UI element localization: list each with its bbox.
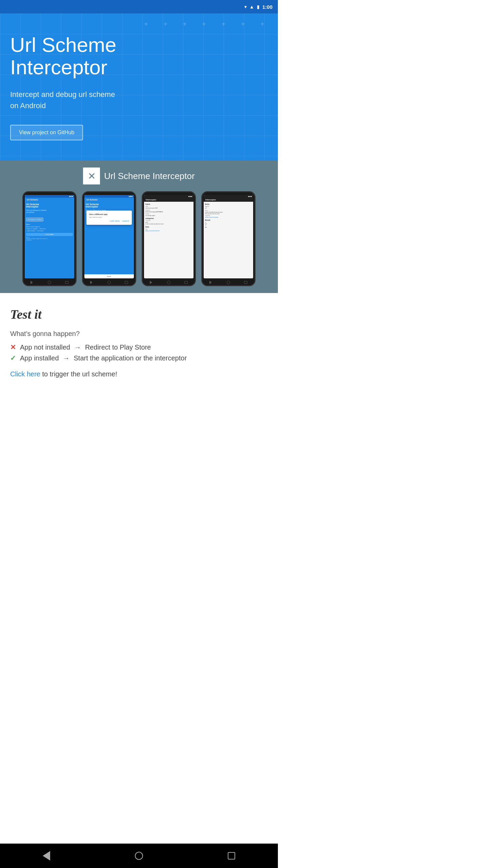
phone-screen-4: Interceptor Extra fragment null string a… <box>204 195 253 278</box>
feature-result-2: Start the application or the interceptor <box>74 354 187 362</box>
phone-4: Interceptor Extra fragment null string a… <box>201 191 256 286</box>
screenshot-container: ✕ Url Scheme Interceptor Url Scheme Url … <box>0 161 278 293</box>
app-icon: ✕ <box>83 167 100 184</box>
click-here-link[interactable]: Click here <box>10 370 42 378</box>
signal-icon: ▲ <box>249 4 254 9</box>
arrow-1: → <box>74 343 81 351</box>
click-here-suffix: to trigger the url scheme! <box>42 370 117 378</box>
phone-1: Url Scheme Url SchemeInterceptor Test an… <box>22 191 77 286</box>
x-icon: ✕ <box>10 343 16 351</box>
github-button[interactable]: View project on GitHub <box>10 125 83 140</box>
status-icons: ▾ ▲ ▮ 1:00 <box>244 4 272 10</box>
arrow-2: → <box>63 354 70 362</box>
check-icon: ✓ <box>10 354 16 362</box>
content-section: Test it What's gonna happen? ✕ App not i… <box>0 293 278 392</box>
feature-text-1: App not installed <box>20 343 70 351</box>
phone-3: Interceptor Intent action android.intent… <box>142 191 196 286</box>
screenshot-section: ✕ Url Scheme Interceptor Url Scheme Url … <box>0 161 278 293</box>
feature-text-2: App installed <box>20 354 59 362</box>
wifi-icon: ▾ <box>244 4 247 9</box>
battery-icon: ▮ <box>257 4 260 9</box>
phone-2: Url Scheme Url SchemeInterceptor Test an… <box>82 191 136 286</box>
status-bar: ▾ ▲ ▮ 1:00 <box>0 0 278 14</box>
hero-subtitle: Intercept and debug url scheme on Androi… <box>10 89 268 111</box>
hero-title: Url Scheme Interceptor <box>10 34 268 79</box>
feature-item-1: ✕ App not installed → Redirect to Play S… <box>10 343 268 351</box>
feature-result-1: Redirect to Play Store <box>85 343 151 351</box>
feature-item-2: ✓ App installed → Start the application … <box>10 354 268 362</box>
whats-gonna-label: What's gonna happen? <box>10 330 268 338</box>
phone-screen-2: Url Scheme Url SchemeInterceptor Test an… <box>84 195 134 278</box>
feature-list: ✕ App not installed → Redirect to Play S… <box>10 343 268 362</box>
click-here-paragraph: Click here to trigger the url scheme! <box>10 370 268 378</box>
phone-screen-1: Url Scheme Url SchemeInterceptor Test an… <box>25 195 74 278</box>
hero-section: Url Scheme Interceptor Intercept and deb… <box>0 14 278 161</box>
phones-row: Url Scheme Url SchemeInterceptor Test an… <box>22 191 256 286</box>
screenshot-header: ✕ Url Scheme Interceptor <box>83 167 195 184</box>
status-time: 1:00 <box>262 4 272 10</box>
screenshot-title: Url Scheme Interceptor <box>104 171 195 181</box>
test-it-title: Test it <box>10 307 268 322</box>
phone-screen-3: Interceptor Intent action android.intent… <box>144 195 194 278</box>
